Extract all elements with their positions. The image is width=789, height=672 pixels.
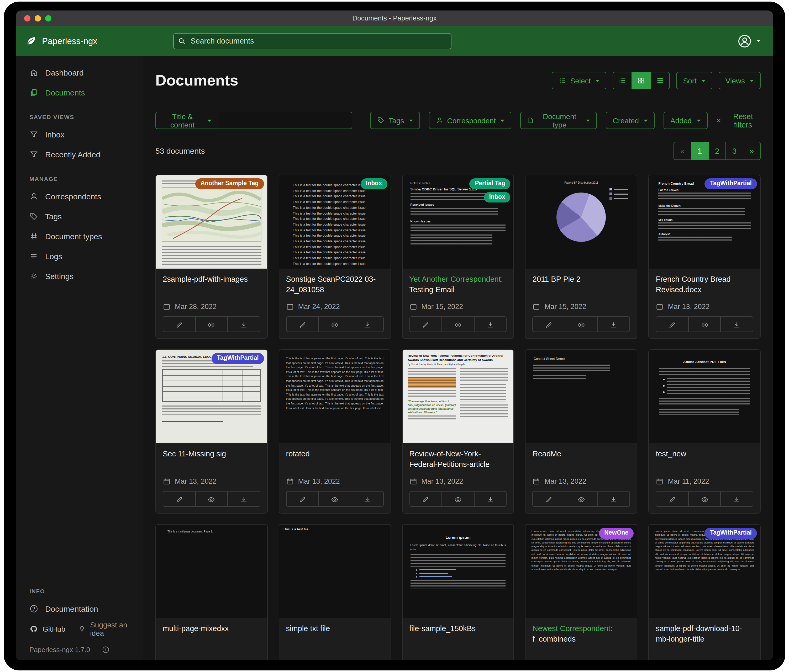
download-button[interactable] [351, 317, 383, 332]
document-thumbnail[interactable]: Contact Sheet Demo [526, 350, 637, 443]
correspondent-link[interactable]: Newest Correspondent: [533, 624, 613, 633]
document-thumbnail[interactable]: Patient BP Distribution 2011 [526, 175, 637, 269]
sort-button[interactable]: Sort [676, 72, 712, 89]
document-thumbnail[interactable]: Another Sample Tag [156, 175, 267, 269]
pagination-next[interactable]: » [743, 142, 761, 160]
document-thumbnail[interactable]: 1.1. CONTINUING MEDICAL EDUCA TagWithPar… [156, 350, 267, 443]
document-card[interactable]: Another Sample Tag 2sample-pdf-with-imag… [155, 175, 268, 339]
document-title[interactable]: sample-pdf-download-10-mb-longer-title [656, 624, 753, 647]
zoom-button[interactable] [45, 15, 51, 21]
download-button[interactable] [351, 492, 383, 507]
tag-badge[interactable]: Inbox [484, 192, 510, 202]
document-title[interactable]: Yet Another Correspondent: Testing Email [409, 274, 507, 298]
document-thumbnail[interactable]: Lorem ipsum dolor sit amet, consectetur … [649, 525, 760, 618]
document-thumbnail[interactable]: Lorem ipsum dolor sit amet, consectetur … [526, 525, 637, 618]
document-card[interactable]: Patient BP Distribution 2011 2011 BP Pie… [525, 175, 637, 339]
pagination-prev[interactable]: « [674, 142, 692, 160]
document-card[interactable]: French Country Bread For the Leaven: Mak… [648, 175, 761, 339]
sidebar-item-recently-added[interactable]: Recently Added [16, 144, 143, 164]
correspondent-filter-button[interactable]: Correspondent [429, 112, 511, 129]
document-thumbnail[interactable]: This is a test file. [279, 525, 391, 618]
preview-button[interactable] [318, 317, 351, 332]
download-button[interactable] [597, 492, 629, 507]
document-card[interactable]: Review of New York Federal Petitions for… [402, 349, 514, 514]
select-button[interactable]: Select [552, 72, 607, 89]
download-button[interactable] [720, 317, 753, 332]
document-thumbnail[interactable]: This is a test for the double space char… [279, 175, 391, 269]
view-grid-button[interactable] [631, 72, 651, 89]
document-title[interactable]: 2sample-pdf-with-images [163, 274, 260, 298]
tags-filter-button[interactable]: Tags [370, 112, 420, 129]
document-card[interactable]: 1.1. CONTINUING MEDICAL EDUCA TagWithPar… [155, 349, 268, 514]
pagination-page-2[interactable]: 2 [708, 142, 726, 160]
document-card[interactable]: Lorem ipsum Lorem ipsum dolor sit amet, … [402, 524, 514, 660]
preview-button[interactable] [441, 317, 474, 332]
document-type-filter-button[interactable]: Document type [521, 112, 597, 129]
edit-button[interactable] [287, 317, 318, 332]
search-input[interactable] [173, 33, 452, 49]
preview-button[interactable] [195, 317, 227, 332]
edit-button[interactable] [410, 492, 441, 507]
edit-button[interactable] [410, 317, 441, 332]
document-thumbnail[interactable]: Adobe Acrobat PDF Files [649, 350, 760, 443]
sidebar-item-documentation[interactable]: Documentation [16, 599, 143, 618]
info-icon[interactable] [102, 646, 109, 654]
document-card[interactable]: Release Notes Simba ODBC Driver for SQL … [402, 175, 514, 339]
sidebar-item-tags[interactable]: Tags [16, 206, 143, 226]
document-card[interactable]: Lorem ipsum dolor sit amet, consectetur … [648, 524, 761, 660]
pagination-page-3[interactable]: 3 [725, 142, 743, 160]
document-card[interactable]: Lorem ipsum dolor sit amet, consectetur … [525, 524, 637, 660]
document-thumbnail[interactable]: This is the text that appears on the fir… [279, 350, 391, 443]
added-filter-button[interactable]: Added [664, 112, 708, 129]
document-title[interactable]: 2011 BP Pie 2 [533, 274, 630, 298]
pagination-page-1[interactable]: 1 [691, 142, 709, 160]
edit-button[interactable] [287, 492, 318, 507]
preview-button[interactable] [688, 317, 720, 332]
edit-button[interactable] [533, 492, 565, 507]
document-card[interactable]: Contact Sheet Demo ReadMe Mar 13, 2022 [525, 349, 637, 514]
edit-button[interactable] [163, 492, 195, 507]
document-title[interactable]: Newest Correspondent: f_combineds [533, 624, 630, 647]
sidebar-item-inbox[interactable]: Inbox [16, 124, 143, 144]
download-button[interactable] [474, 317, 506, 332]
download-button[interactable] [720, 492, 753, 507]
view-details-button[interactable] [650, 72, 670, 89]
tag-badge[interactable]: TagWithPartial [212, 353, 264, 364]
tag-badge[interactable]: NewOne [599, 528, 634, 538]
edit-button[interactable] [163, 317, 195, 332]
document-card[interactable]: Adobe Acrobat PDF Files test_new [648, 349, 761, 514]
download-button[interactable] [227, 317, 260, 332]
document-thumbnail[interactable]: French Country Bread For the Leaven: Mak… [649, 175, 760, 269]
edit-button[interactable] [533, 317, 565, 332]
document-title[interactable]: French Country Bread Revised.docx [656, 274, 753, 298]
document-card[interactable]: This is a test file. simple txt file [279, 524, 391, 660]
minimize-button[interactable] [35, 15, 41, 21]
download-button[interactable] [597, 317, 629, 332]
preview-button[interactable] [318, 492, 351, 507]
document-title[interactable]: simple txt file [286, 624, 384, 647]
document-thumbnail[interactable]: Lorem ipsum Lorem ipsum dolor sit amet, … [402, 525, 514, 618]
document-card[interactable]: This is a multi page document. Page 1. m… [155, 524, 268, 660]
preview-button[interactable] [565, 317, 597, 332]
document-title[interactable]: ReadMe [533, 449, 630, 472]
sidebar-item-dashboard[interactable]: Dashboard [16, 62, 143, 82]
tag-badge[interactable]: Another Sample Tag [195, 178, 264, 189]
view-list-button[interactable] [613, 72, 632, 89]
suggest-idea-link[interactable]: Suggest an idea [78, 621, 136, 637]
tag-badge[interactable]: TagWithPartial [705, 528, 757, 538]
preview-button[interactable] [688, 492, 720, 507]
document-card[interactable]: This is a test for the double space char… [279, 175, 391, 339]
app-logo[interactable]: Paperless-ngx [25, 35, 157, 47]
document-title[interactable]: rotated [286, 449, 384, 472]
sidebar-item-correspondents[interactable]: Correspondents [16, 186, 143, 206]
github-link[interactable]: GitHub [29, 625, 65, 633]
preview-button[interactable] [441, 492, 474, 507]
sidebar-item-documents[interactable]: Documents [16, 82, 143, 102]
edit-button[interactable] [656, 492, 688, 507]
sidebar-item-settings[interactable]: Settings [16, 266, 143, 286]
views-button[interactable]: Views [719, 72, 761, 89]
tag-badge[interactable]: Partial Tag [470, 178, 511, 189]
edit-button[interactable] [656, 317, 688, 332]
title-content-filter-button[interactable]: Title & content [155, 112, 218, 129]
download-button[interactable] [474, 492, 506, 507]
